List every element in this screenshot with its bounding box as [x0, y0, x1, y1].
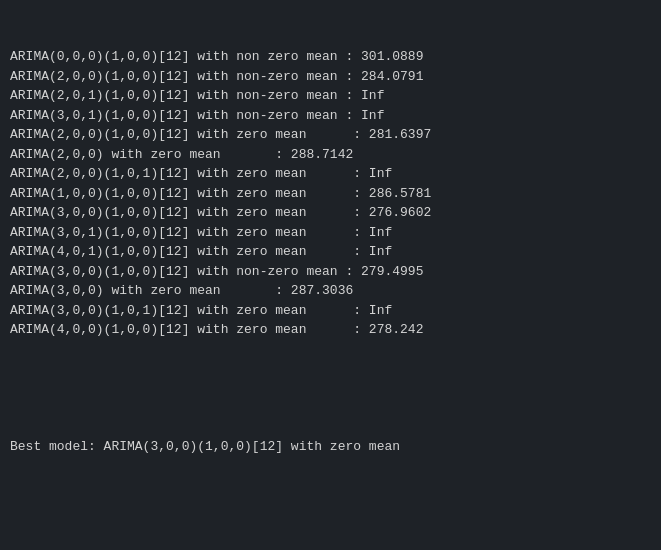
arima-result-row: ARIMA(0,0,0)(1,0,0)[12] with non zero me…: [10, 47, 651, 67]
arima-result-row: ARIMA(2,0,0)(1,0,1)[12] with zero mean :…: [10, 164, 651, 184]
arima-result-row: ARIMA(2,0,0) with zero mean : 288.7142: [10, 145, 651, 165]
arima-result-row: ARIMA(3,0,0)(1,0,1)[12] with zero mean :…: [10, 301, 651, 321]
arima-result-row: ARIMA(1,0,0)(1,0,0)[12] with zero mean :…: [10, 184, 651, 204]
arima-result-row: ARIMA(3,0,0)(1,0,0)[12] with zero mean :…: [10, 203, 651, 223]
arima-result-row: ARIMA(2,0,0)(1,0,0)[12] with zero mean :…: [10, 125, 651, 145]
arima-result-row: ARIMA(3,0,1)(1,0,0)[12] with non-zero me…: [10, 106, 651, 126]
arima-results-list: ARIMA(0,0,0)(1,0,0)[12] with non zero me…: [10, 47, 651, 340]
blank-line: [10, 379, 651, 399]
arima-result-row: ARIMA(2,0,0)(1,0,0)[12] with non-zero me…: [10, 67, 651, 87]
arima-result-row: ARIMA(3,0,0)(1,0,0)[12] with non-zero me…: [10, 262, 651, 282]
terminal-output: ARIMA(0,0,0)(1,0,0)[12] with non zero me…: [10, 8, 651, 550]
best-model-line: Best model: ARIMA(3,0,0)(1,0,0)[12] with…: [10, 437, 651, 457]
arima-result-row: ARIMA(4,0,0)(1,0,0)[12] with zero mean :…: [10, 320, 651, 340]
arima-result-row: ARIMA(2,0,1)(1,0,0)[12] with non-zero me…: [10, 86, 651, 106]
blank-line2: [10, 496, 651, 516]
arima-result-row: ARIMA(3,0,1)(1,0,0)[12] with zero mean :…: [10, 223, 651, 243]
arima-result-row: ARIMA(4,0,1)(1,0,0)[12] with zero mean :…: [10, 242, 651, 262]
arima-result-row: ARIMA(3,0,0) with zero mean : 287.3036: [10, 281, 651, 301]
